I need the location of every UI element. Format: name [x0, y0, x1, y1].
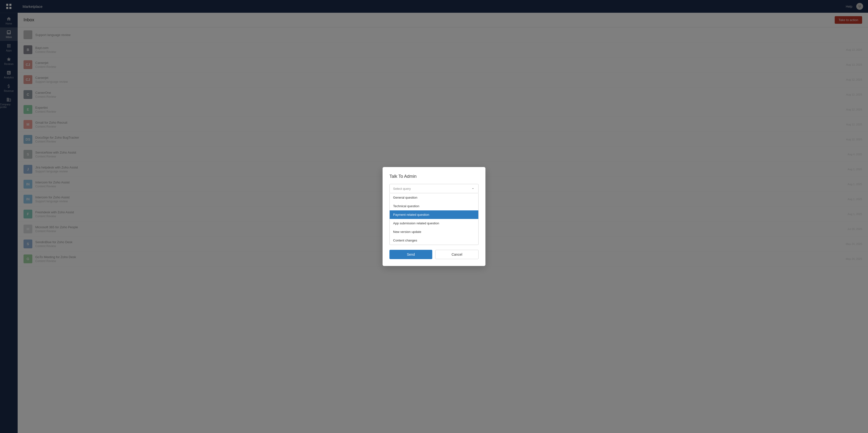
dropdown-option-general[interactable]: General question: [390, 193, 478, 202]
dropdown-option-payment[interactable]: Payment related question: [390, 210, 478, 219]
dropdown-option-app-submission[interactable]: App submission related question: [390, 219, 478, 227]
dropdown-option-content-changes[interactable]: Content changes: [390, 236, 478, 245]
cancel-button[interactable]: Cancel: [435, 250, 478, 259]
dropdown-option-new-version[interactable]: New version update: [390, 227, 478, 236]
talk-to-admin-modal: Talk To Admin Select query General quest…: [382, 167, 486, 266]
dropdown-placeholder: Select query: [393, 187, 411, 190]
query-dropdown-container: Select query General questionTechnical q…: [390, 184, 478, 245]
modal-overlay[interactable]: Talk To Admin Select query General quest…: [0, 0, 868, 433]
send-button[interactable]: Send: [390, 250, 432, 259]
modal-buttons: Send Cancel: [390, 250, 478, 259]
modal-title: Talk To Admin: [390, 174, 478, 179]
dropdown-option-technical[interactable]: Technical question: [390, 202, 478, 210]
query-dropdown-trigger[interactable]: Select query: [390, 184, 478, 193]
query-dropdown-list: General questionTechnical questionPaymen…: [390, 193, 478, 245]
